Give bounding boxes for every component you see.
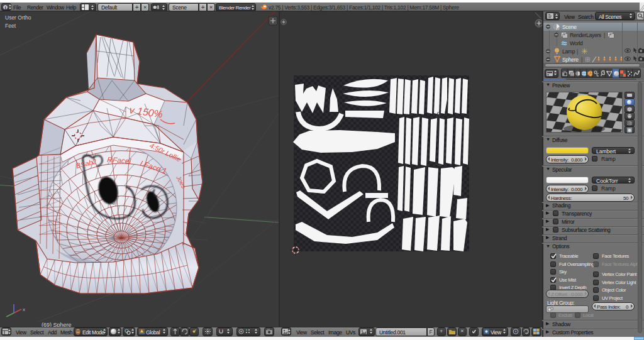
svg-text:User Ortho: User Ortho: [5, 14, 31, 21]
svg-text:x: x: [23, 307, 25, 312]
svg-text:Feet: Feet: [5, 23, 16, 29]
svg-text:(69) Sphere: (69) Sphere: [42, 322, 72, 327]
svg-text:RFacel: RFacel: [107, 155, 131, 166]
